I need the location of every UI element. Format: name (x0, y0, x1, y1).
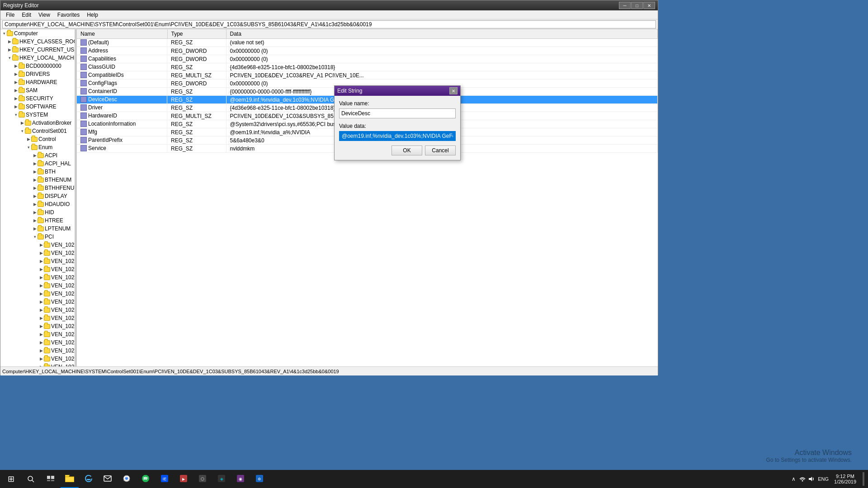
tree-item-ven1022-10[interactable]: ▶ VEN_1022& (0, 314, 75, 322)
taskbar-app-10[interactable]: ◈ (212, 470, 231, 488)
tree-item-sam[interactable]: ▶ SAM (0, 86, 75, 94)
tray-language[interactable]: ENG (817, 475, 830, 483)
svg-point-0 (28, 476, 33, 481)
taskbar-app-chrome[interactable] (118, 470, 136, 488)
tree-item-activationbroker[interactable]: ▶ ActivationBroker (0, 119, 75, 127)
activate-windows-subtitle: Go to Settings to activate Windows. (766, 457, 852, 463)
menu-edit[interactable]: Edit (18, 11, 35, 19)
folder-icon (44, 291, 50, 296)
taskbar-app-edge[interactable] (80, 470, 98, 488)
tree-item-lptenum[interactable]: ▶ LPTENUM (0, 225, 75, 233)
tree-item-ven1022-13[interactable]: ▶ VEN_1022& (0, 338, 75, 347)
dialog-close-button[interactable]: ✕ (449, 87, 458, 94)
taskbar-app-9[interactable]: ⬡ (193, 470, 212, 488)
menu-file[interactable]: File (2, 11, 18, 19)
taskbar-app-taskview[interactable] (42, 470, 60, 488)
tree-item-ven1022-7[interactable]: ▶ VEN_1022& (0, 290, 75, 298)
col-header-data[interactable]: Data (226, 29, 658, 38)
tree-item-hkcu[interactable]: ▶ HKEY_CURRENT_USER (0, 46, 75, 54)
tree-item-security[interactable]: ▶ SECURITY (0, 94, 75, 103)
svg-line-1 (32, 480, 34, 482)
col-header-name[interactable]: Name (77, 29, 167, 38)
tree-item-ven1022-3[interactable]: ▶ VEN_1022& (0, 257, 75, 265)
taskbar-app-7[interactable]: IE (156, 470, 174, 488)
tree-item-software[interactable]: ▶ SOFTWARE (0, 103, 75, 111)
table-row[interactable]: CompatibleIDsREG_MULTI_SZPCI\VEN_10DE&DE… (77, 71, 658, 80)
table-row[interactable]: (Default)REG_SZ(value not set) (77, 38, 658, 47)
taskbar-app-8[interactable]: ▶ (175, 470, 193, 488)
tree-item-enum[interactable]: ▾ Enum (0, 143, 75, 151)
table-row[interactable]: ClassGUIDREG_SZ{4d36e968-e325-11ce-bfc1-… (77, 63, 658, 71)
menu-favorites[interactable]: Favorites (54, 11, 83, 19)
search-button[interactable] (22, 470, 40, 488)
value-name-input[interactable] (339, 108, 456, 118)
value-data-label: Value data: (339, 123, 456, 129)
folder-icon (19, 64, 25, 69)
tree-item-hklm[interactable]: ▾ HKEY_LOCAL_MACHINE (0, 54, 75, 62)
tree-item-bthhfenum[interactable]: ▶ BTHHFENUM (0, 184, 75, 192)
tree-item-computer[interactable]: ▾ Computer (0, 29, 75, 38)
tree-item-ven1022-11[interactable]: ▶ VEN_1022& (0, 322, 75, 330)
tree-item-ven1022-12[interactable]: ▶ VEN_1022& (0, 330, 75, 338)
tree-item-pci[interactable]: ▾ PCI (0, 233, 75, 241)
system-clock[interactable]: 9:12 PM 1/26/2019 (832, 474, 858, 484)
taskbar-app-11[interactable]: ◉ (231, 470, 250, 488)
show-desktop-button[interactable] (863, 472, 864, 486)
folder-icon (38, 186, 44, 191)
expand-icon: ▶ (38, 267, 44, 272)
folder-icon (38, 235, 44, 239)
tree-item-htree[interactable]: ▶ HTREE (0, 216, 75, 225)
taskbar-app-mail[interactable] (99, 470, 117, 488)
tree-item-hardware[interactable]: ▶ HARDWARE (0, 78, 75, 86)
tree-item-hkcr[interactable]: ▶ HKEY_CLASSES_ROOT (0, 38, 75, 46)
taskbar-app-explorer[interactable] (61, 470, 79, 488)
menu-view[interactable]: View (35, 11, 54, 19)
reg-value-icon (80, 88, 87, 94)
tree-item-ven1022-8[interactable]: ▶ VEN_1022& (0, 298, 75, 306)
minimize-button[interactable]: ─ (619, 2, 631, 9)
tree-item-hid[interactable]: ▶ HID (0, 208, 75, 216)
tree-item-ven1022-9[interactable]: ▶ VEN_1022& (0, 306, 75, 314)
tree-item-acpi[interactable]: ▶ ACPI (0, 151, 75, 160)
tray-volume[interactable] (808, 475, 815, 483)
tree-item-system[interactable]: ▾ SYSTEM (0, 111, 75, 119)
expand-icon: ▶ (38, 356, 44, 361)
expand-icon: ▶ (38, 283, 44, 288)
tree-item-acpi-hal[interactable]: ▶ ACPI_HAL (0, 160, 75, 168)
tray-network[interactable] (799, 475, 806, 483)
tree-label: BCD00000000 (26, 63, 61, 69)
tree-item-ven1022-1[interactable]: ▶ VEN_1022& (0, 241, 75, 249)
tray-show-hidden[interactable]: ∧ (790, 475, 797, 483)
start-button[interactable]: ⊞ (0, 470, 22, 488)
tree-item-display[interactable]: ▶ DISPLAY (0, 192, 75, 200)
tree-item-drivers[interactable]: ▶ DRIVERS (0, 70, 75, 78)
tree-panel[interactable]: ▾ Computer ▶ HKEY_CLASSES_ROOT ▶ HKEY_CU… (0, 29, 75, 366)
folder-icon (44, 243, 50, 248)
tree-item-hdaudio[interactable]: ▶ HDAUDIO (0, 200, 75, 208)
close-button[interactable]: ✕ (643, 2, 655, 9)
tree-item-ven1022-16[interactable]: ▶ VEN_1022& (0, 363, 75, 366)
tree-item-control[interactable]: ▶ Control (0, 135, 75, 143)
address-input[interactable] (2, 20, 656, 28)
tree-item-bthenum[interactable]: ▶ BTHENUM (0, 176, 75, 184)
maximize-button[interactable]: □ (631, 2, 643, 9)
tree-item-ven1022-14[interactable]: ▶ VEN_1022& (0, 347, 75, 355)
expand-icon: ▾ (7, 55, 12, 61)
table-row[interactable]: AddressREG_DWORD0x00000000 (0) (77, 47, 658, 55)
value-data-input[interactable] (339, 131, 456, 141)
tree-item-bth[interactable]: ▶ BTH (0, 168, 75, 176)
tree-item-ven1022-5[interactable]: ▶ VEN_1022& (0, 273, 75, 282)
taskbar-app-spotify[interactable] (137, 470, 155, 488)
menu-help[interactable]: Help (83, 11, 102, 19)
tree-item-bcd[interactable]: ▶ BCD00000000 (0, 62, 75, 70)
dialog-cancel-button[interactable]: Cancel (425, 145, 456, 155)
dialog-ok-button[interactable]: OK (392, 145, 422, 155)
tree-item-controlset001[interactable]: ▾ ControlSet001 (0, 127, 75, 135)
taskbar-app-12[interactable]: ⊛ (250, 470, 269, 488)
table-row[interactable]: CapabilitiesREG_DWORD0x00000000 (0) (77, 55, 658, 63)
tree-item-ven1022-2[interactable]: ▶ VEN_1022& (0, 249, 75, 257)
tree-item-ven1022-15[interactable]: ▶ VEN_1022& (0, 355, 75, 363)
tree-item-ven1022-6[interactable]: ▶ VEN_1022& (0, 282, 75, 290)
col-header-type[interactable]: Type (167, 29, 226, 38)
tree-item-ven1022-4[interactable]: ▶ VEN_1022& (0, 265, 75, 273)
